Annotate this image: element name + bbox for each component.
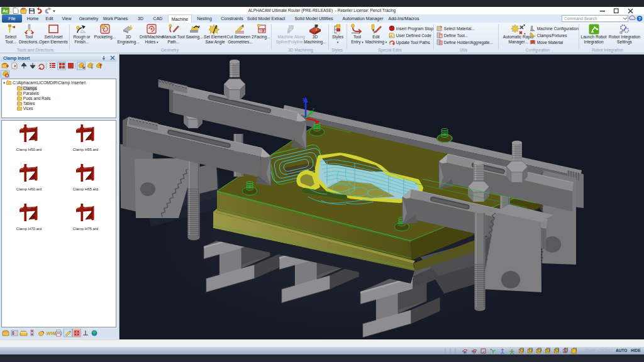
svg-text:y: y bbox=[313, 107, 314, 111]
svg-text:𝑊𝑊: 𝑊𝑊 bbox=[47, 331, 56, 336]
svg-text:x: x bbox=[321, 123, 323, 126]
svg-text:Ac: Ac bbox=[3, 9, 8, 13]
svg-text:z: z bbox=[303, 97, 305, 101]
svg-text:?: ? bbox=[638, 16, 641, 21]
svg-text:T: T bbox=[440, 34, 441, 38]
